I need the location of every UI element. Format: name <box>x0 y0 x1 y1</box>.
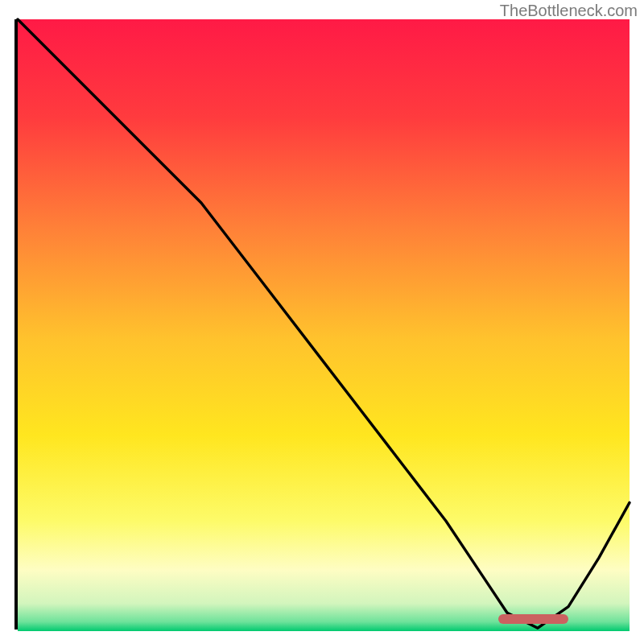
attribution-text: TheBottleneck.com <box>500 2 638 20</box>
curve-line <box>18 19 630 631</box>
chart-container: TheBottleneck.com <box>0 0 644 644</box>
optimal-marker <box>498 614 568 624</box>
plot-area <box>14 19 630 630</box>
